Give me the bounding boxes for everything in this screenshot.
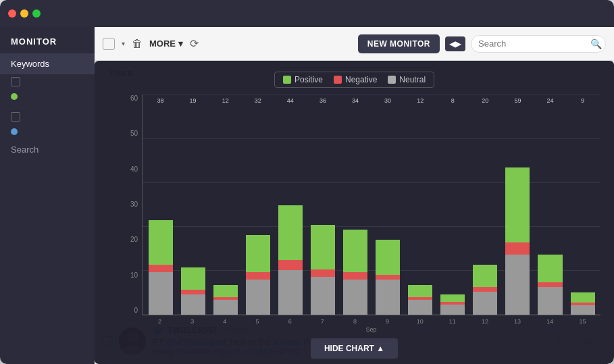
- refresh-icon[interactable]: ⟳: [190, 37, 199, 50]
- bar-negative-segment: [278, 260, 303, 270]
- legend-positive: Positive: [283, 75, 323, 84]
- select-all-checkbox[interactable]: [103, 38, 115, 50]
- search-icon[interactable]: 🔍: [590, 38, 602, 49]
- dot-blue-icon: [11, 128, 18, 135]
- bar-positive-segment: [376, 240, 400, 275]
- y-label-0: 0: [134, 307, 138, 314]
- x-axis-label: 14: [535, 318, 565, 325]
- bar-neutral-segment: [473, 292, 497, 315]
- bar-neutral-segment: [408, 300, 432, 315]
- bar-neutral-segment: [376, 280, 400, 315]
- bar-value: 36: [319, 97, 326, 104]
- bar-value: 30: [384, 97, 391, 104]
- bar-value: 44: [287, 97, 294, 104]
- minimize-button[interactable]: [20, 9, 28, 18]
- negative-label: Negative: [345, 75, 377, 84]
- bar-positive-segment: [311, 225, 335, 269]
- new-monitor-button[interactable]: NEW MONITOR: [358, 34, 440, 53]
- bar-positive-segment: [278, 205, 303, 260]
- bar-neutral-segment: [440, 305, 465, 315]
- right-arrow-icon: ▶: [455, 39, 461, 49]
- bar-group: 8: [438, 108, 468, 315]
- bar-neutral-segment: [149, 272, 173, 315]
- sidebar-item-keywords[interactable]: Keywords: [0, 53, 95, 74]
- bar-value: 12: [222, 97, 229, 104]
- y-label-20: 20: [130, 236, 138, 243]
- chevron-down-icon[interactable]: ▾: [122, 40, 125, 47]
- bar-neutral-segment: [343, 280, 367, 315]
- sidebar-keywords-label: Keywords: [11, 59, 49, 69]
- x-axis-label: 10: [405, 318, 435, 325]
- x-axis-label: 4: [209, 318, 240, 325]
- bars-area: 38191232443634301282059249: [142, 95, 600, 315]
- y-label-50: 50: [130, 130, 138, 137]
- x-axis-label: 3: [177, 318, 207, 325]
- hide-chart-button[interactable]: HIDE CHART ▲: [311, 338, 398, 359]
- sidebar-header: MONITOR: [0, 27, 95, 53]
- bar-group: 19: [178, 108, 208, 315]
- bar-value: 9: [581, 97, 584, 104]
- bar-negative-segment: [149, 265, 173, 272]
- bar-positive-segment: [505, 167, 530, 242]
- x-axis-label: 7: [307, 318, 338, 325]
- neutral-legend-icon: [388, 76, 396, 84]
- bar-group: 9: [567, 108, 598, 315]
- bar-positive-segment: [408, 285, 432, 297]
- app-body: MONITOR Keywords Search: [0, 27, 614, 364]
- chart-overlay: Positive Negative Neutral: [95, 61, 614, 364]
- bar-neutral-segment: [538, 287, 562, 315]
- positive-label: Positive: [295, 75, 323, 84]
- bar-neutral-segment: [505, 255, 530, 315]
- more-button[interactable]: MORE ▾: [149, 38, 183, 49]
- bar-value: 20: [482, 97, 488, 104]
- bar-group: 34: [340, 108, 370, 315]
- neutral-label: Neutral: [399, 75, 426, 84]
- bar-group: 24: [535, 108, 565, 315]
- bar-value: 32: [255, 97, 261, 104]
- legend-neutral: Neutral: [388, 75, 426, 84]
- bar-group: 44: [275, 108, 305, 315]
- toolbar-left: ▾ 🗑 MORE ▾ ⟳: [103, 37, 350, 50]
- nav-arrows[interactable]: ◀ ▶: [445, 36, 465, 51]
- bar-negative-segment: [376, 275, 400, 280]
- bar-neutral-segment: [278, 270, 303, 315]
- y-label-40: 40: [130, 165, 138, 173]
- bar-positive-segment: [213, 285, 238, 297]
- positive-legend-icon: [283, 76, 291, 84]
- sidebar-checkbox-2[interactable]: [11, 112, 20, 122]
- bar-group: 20: [470, 108, 501, 315]
- bar-positive-segment: [571, 292, 595, 303]
- y-label-60: 60: [130, 95, 138, 102]
- bar-positive-segment: [538, 255, 562, 282]
- bar-negative-segment: [311, 269, 335, 277]
- bar-negative-segment: [505, 242, 530, 255]
- bar-negative-segment: [246, 272, 270, 280]
- bar-group: 32: [242, 108, 273, 315]
- left-arrow-icon: ◀: [449, 39, 455, 49]
- x-axis-label: 11: [437, 318, 467, 325]
- y-label-10: 10: [130, 271, 138, 279]
- y-axis: 60 50 40 30 20 10 0: [108, 95, 142, 333]
- bar-group: 38: [145, 108, 176, 315]
- trash-icon[interactable]: 🗑: [132, 38, 143, 50]
- grid-line: [143, 95, 600, 95]
- bar-neutral-segment: [246, 280, 270, 315]
- bar-value: 8: [451, 97, 455, 104]
- bar-group: 36: [307, 108, 338, 315]
- search-input[interactable]: [478, 38, 586, 49]
- bar-negative-segment: [538, 282, 562, 287]
- bar-positive-segment: [149, 220, 173, 265]
- close-button[interactable]: [8, 9, 16, 18]
- sidebar-checkbox-1[interactable]: [11, 77, 20, 86]
- bar-group: 12: [210, 108, 240, 315]
- bar-positive-segment: [181, 267, 205, 290]
- app-window: MONITOR Keywords Search: [0, 0, 614, 364]
- more-label: MORE: [149, 38, 176, 49]
- sidebar-item-search[interactable]: Search: [0, 139, 95, 160]
- y-label-30: 30: [130, 201, 138, 208]
- bar-value: 12: [417, 97, 424, 104]
- maximize-button[interactable]: [32, 9, 41, 18]
- sidebar-search-label: Search: [11, 145, 39, 155]
- dot-green-icon: [11, 93, 18, 100]
- bar-value: 38: [157, 97, 164, 104]
